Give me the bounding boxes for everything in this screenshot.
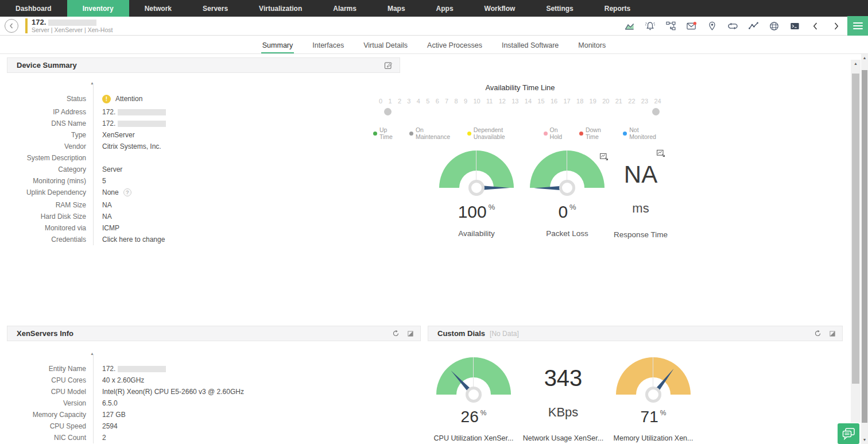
expand-icon[interactable]: [408, 331, 413, 337]
help-icon[interactable]: ?: [123, 188, 131, 196]
performance-chart-icon[interactable]: [624, 21, 635, 32]
maintenance-dot-icon: [409, 132, 413, 136]
cpu-utilization-dial: 26% CPU Utilization XenSer...: [431, 357, 517, 442]
timeline-title: Availability Time Line: [373, 83, 667, 92]
redacted-text: [118, 366, 166, 372]
device-header-bar: 172. Server | XenServer | Xen-Host: [0, 17, 868, 36]
line-graph-icon[interactable]: [748, 21, 759, 32]
field-row-entity: Entity Name 172.: [7, 363, 421, 374]
field-row-uplink: Uplink Dependency None?: [7, 187, 400, 198]
menu-icon[interactable]: [847, 16, 868, 36]
device-subtitle: Server | XenServer | Xen-Host: [32, 26, 113, 33]
field-row-cpu-speed: CPU Speed 2594: [7, 420, 421, 432]
scrollbar-thumb[interactable]: [862, 70, 867, 423]
redacted-text: [118, 121, 166, 127]
field-row-hdd: Hard Disk Size NA: [7, 211, 400, 222]
tab-monitors[interactable]: Monitors: [577, 37, 607, 53]
scroll-down-icon[interactable]: ▼: [861, 436, 868, 444]
no-data-badge: [No Data]: [490, 330, 519, 338]
field-row-sysdesc: System Description: [7, 152, 400, 164]
chevron-right-icon[interactable]: [831, 21, 842, 32]
panel-title: XenServers Info: [17, 329, 73, 338]
notmonitored-dot-icon: [623, 132, 627, 136]
detail-tabs: Summary Interfaces Virtual Details Activ…: [0, 36, 868, 54]
nav-inventory[interactable]: Inventory: [67, 0, 129, 17]
field-row-type: Type XenServer: [7, 129, 400, 141]
collapse-caret-icon[interactable]: ▲: [90, 81, 94, 85]
chat-support-button[interactable]: [838, 423, 859, 444]
terminal-icon[interactable]: [789, 21, 800, 32]
network-usage-dial: 343 KBps Network Usage XenSer...: [520, 357, 606, 442]
opmanager-page: Dashboard Inventory Network Servers Virt…: [0, 0, 868, 444]
topology-icon[interactable]: [665, 21, 676, 32]
nav-virtualization[interactable]: Virtualization: [243, 0, 317, 17]
scroll-up-icon[interactable]: ▲: [861, 54, 868, 62]
nav-maps[interactable]: Maps: [372, 0, 421, 17]
field-row-monitored-via: Monitored via ICMP: [7, 222, 400, 234]
top-nav: Dashboard Inventory Network Servers Virt…: [0, 0, 868, 17]
credentials-change-link[interactable]: Click here to change: [86, 235, 165, 244]
page-scrollbar[interactable]: ▲ ▼: [861, 54, 868, 444]
chevron-left-icon[interactable]: [810, 21, 821, 32]
response-time-display: NA ms Response Time: [602, 156, 680, 239]
device-title: 172.: [32, 18, 96, 26]
nav-alarms[interactable]: Alarms: [317, 0, 372, 17]
back-button[interactable]: [5, 19, 18, 33]
nav-settings[interactable]: Settings: [530, 0, 588, 17]
location-pin-icon[interactable]: [707, 21, 718, 32]
nav-apps[interactable]: Apps: [421, 0, 469, 17]
tab-installed-software[interactable]: Installed Software: [501, 37, 560, 53]
expand-icon[interactable]: [830, 331, 835, 337]
scrollbar-thumb[interactable]: [852, 74, 859, 384]
field-row-category: Category Server: [7, 164, 400, 175]
device-accent-bar: [25, 18, 28, 33]
field-row-vendor: Vendor Citrix Systems, Inc.: [7, 141, 400, 152]
nav-dashboard[interactable]: Dashboard: [0, 0, 67, 17]
field-row-credentials: Credentials Click here to change: [7, 234, 400, 245]
tab-interfaces[interactable]: Interfaces: [311, 37, 345, 53]
status-badge: Attention: [115, 95, 142, 103]
attention-status-icon: !: [102, 95, 111, 103]
field-row-ram: RAM Size NA: [7, 199, 400, 211]
redacted-text: [48, 20, 96, 26]
availability-gauge: 100% Availability: [439, 150, 514, 238]
panel-scrollbar[interactable]: ▲: [851, 60, 861, 423]
field-row-cores: CPU Cores 40 x 2.60GHz: [7, 374, 421, 386]
refresh-icon[interactable]: [814, 330, 822, 337]
device-summary-header: Device Summary: [7, 57, 400, 73]
scroll-up-icon[interactable]: ▲: [851, 60, 861, 68]
uptime-dot-icon: [373, 132, 377, 136]
alarm-bell-icon[interactable]: [645, 21, 656, 32]
availability-timeline: Availability Time Line 01234567891011121…: [373, 83, 667, 140]
panel-title: Device Summary: [17, 61, 77, 70]
timeline-start-dot: [384, 108, 392, 115]
dependency-loop-icon[interactable]: [727, 21, 738, 32]
nav-reports[interactable]: Reports: [589, 0, 646, 17]
edit-icon[interactable]: [384, 61, 393, 70]
nav-network[interactable]: Network: [129, 0, 187, 17]
field-row-nic: NIC Count 2: [7, 432, 421, 443]
xenservers-info-header: XenServers Info: [7, 326, 421, 341]
nav-servers[interactable]: Servers: [187, 0, 243, 17]
tab-active-processes[interactable]: Active Processes: [426, 37, 483, 53]
field-row-monitoring: Monitoring (mins) 5: [7, 175, 400, 187]
downtime-dot-icon: [579, 132, 583, 136]
xenservers-info-fields: Entity Name 172. CPU Cores 40 x 2.60GHz …: [7, 363, 421, 443]
chat-bubbles-icon: [842, 427, 855, 440]
globe-icon[interactable]: [769, 21, 780, 32]
nav-workflow[interactable]: Workflow: [469, 0, 531, 17]
tab-virtual-details[interactable]: Virtual Details: [362, 37, 409, 53]
timeline-end-dot: [652, 108, 660, 115]
timeline-hours: 0123456789101112131415161718192021222324: [379, 98, 661, 105]
custom-dials-header: Custom Dials [No Data]: [428, 326, 843, 341]
packet-loss-gauge: 0% Packet Loss: [529, 150, 605, 238]
tab-summary[interactable]: Summary: [261, 37, 294, 53]
field-row-memory: Memory Capacity 127 GB: [7, 409, 421, 420]
field-row-status: Status !Attention: [7, 93, 400, 105]
timeline-legend: Up Time On Maintenance Dependent Unavail…: [373, 126, 667, 140]
memory-utilization-dial: 71% Memory Utilization Xen...: [610, 357, 696, 442]
mail-icon[interactable]: [686, 21, 697, 32]
refresh-icon[interactable]: [392, 330, 400, 337]
device-summary-fields: Status !Attention IP Address 172. DNS Na…: [7, 93, 400, 245]
field-row-dns: DNS Name 172.: [7, 118, 400, 129]
